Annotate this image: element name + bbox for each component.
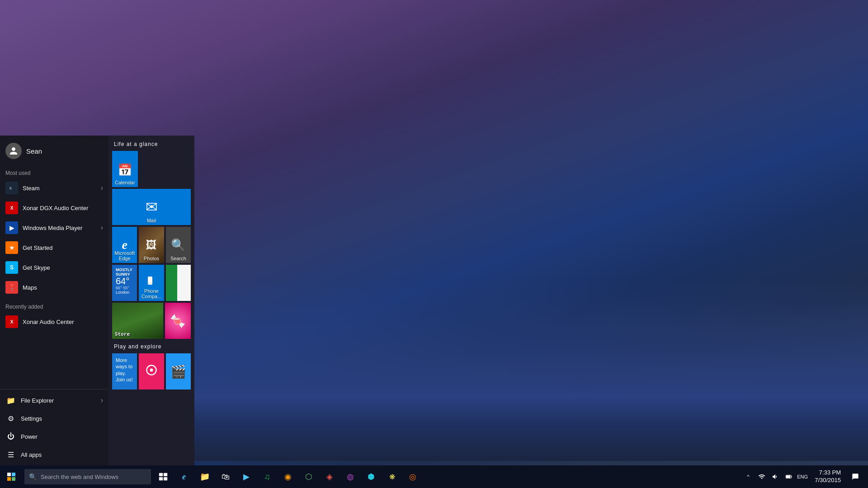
edge-tile[interactable]: e Microsoft Edge: [112, 227, 137, 263]
taskbar-task-view[interactable]: [153, 465, 174, 488]
movies-icon: 🎬: [170, 364, 186, 379]
more-ways-text: More ways to play. Join us!: [116, 357, 133, 383]
tray-battery[interactable]: [782, 465, 796, 488]
media-player-taskbar-icon: ▶: [241, 471, 252, 482]
taskbar-app6[interactable]: ◉: [278, 465, 298, 488]
twitter-tile[interactable]: [166, 265, 191, 301]
power-item[interactable]: ⏻ Power: [0, 427, 108, 446]
svg-rect-3: [148, 283, 152, 283]
svg-point-5: [150, 368, 153, 371]
twitter-tile-inner: [166, 265, 191, 301]
taskbar-app9[interactable]: ◍: [340, 465, 361, 488]
user-section[interactable]: Sean: [0, 136, 108, 166]
taskbar-app10[interactable]: ⬢: [361, 465, 382, 488]
clock[interactable]: 7:33 PM 7/30/2015: [809, 465, 846, 488]
mail-tile[interactable]: ✉ Mail: [112, 189, 191, 225]
weather-condition: Mostly Sunny: [116, 267, 133, 277]
tiles-row-5: More ways to play. Join us! 🎬: [112, 353, 191, 389]
photos-tile-inner: 🖼 Photos: [139, 227, 164, 263]
system-tray: ^ ENG 7:33 PM: [741, 465, 868, 488]
taskbar-edge[interactable]: e: [174, 465, 194, 488]
task-view-icon: [158, 471, 169, 482]
clock-time: 7:33 PM: [819, 469, 841, 477]
weather-tile[interactable]: Mostly Sunny 64° 66° 55° London: [112, 265, 137, 301]
taskbar-spotify[interactable]: ♫: [257, 465, 278, 488]
search-tile[interactable]: 🔍 Search: [166, 227, 191, 263]
start-bottom: 📁 File Explorer ⚙ Settings ⏻ Power ☰ All…: [0, 389, 108, 465]
wmp-icon: ▶: [5, 221, 18, 234]
get-started-label: Get Started: [23, 244, 52, 251]
tray-volume[interactable]: [769, 465, 782, 488]
tray-network[interactable]: [755, 465, 769, 488]
candy-icon: 🍬: [170, 314, 186, 328]
calendar-tile-inner: 📅 Calendar: [112, 155, 138, 187]
app-item-wmp[interactable]: ▶ Windows Media Player: [0, 218, 108, 238]
calendar-tile[interactable]: 📅 Calendar: [112, 151, 138, 187]
photos-tile[interactable]: 🖼 Photos: [139, 227, 164, 263]
groove-tile[interactable]: [139, 353, 164, 389]
taskbar-file-explorer[interactable]: 📁: [194, 465, 215, 488]
tray-chevron[interactable]: ^: [741, 465, 755, 488]
weather-temp: 64°: [116, 277, 133, 286]
action-center-button[interactable]: [846, 465, 864, 488]
candy-crush-tile[interactable]: 🍬: [165, 303, 191, 339]
app-item-xonar-dgx[interactable]: X Xonar DGX Audio Center: [0, 198, 108, 218]
xonar-audio-label: Xonar Audio Center: [23, 319, 74, 325]
life-section-label: Life at a glance: [112, 141, 191, 147]
app-item-get-skype[interactable]: S Get Skype: [0, 258, 108, 277]
taskbar-store[interactable]: 🛍: [215, 465, 236, 488]
svg-rect-8: [159, 477, 163, 480]
taskbar-app7[interactable]: ⬡: [298, 465, 319, 488]
svg-rect-6: [159, 473, 163, 476]
app10-taskbar-icon: ⬢: [366, 471, 377, 482]
start-menu-left: Sean Most used S Steam X Xonar DGX Audio…: [0, 136, 108, 465]
get-skype-label: Get Skype: [23, 264, 50, 271]
taskbar-media-player[interactable]: ▶: [236, 465, 257, 488]
search-tile-label: Search: [168, 256, 189, 261]
steam-chevron: [101, 184, 103, 192]
weather-high: 66°: [116, 286, 122, 290]
mail-tile-label: Mail: [114, 218, 189, 223]
taskbar-icons: e 📁 🛍 ▶ ♫ ◉ ⬡ ◈: [153, 465, 423, 488]
app12-taskbar-icon: ◎: [407, 471, 418, 482]
windows-logo-icon: [7, 473, 15, 481]
clock-date: 7/30/2015: [815, 477, 841, 484]
recently-added-label: Recently added: [0, 299, 108, 312]
taskbar-search-input[interactable]: [24, 469, 151, 484]
calendar-icon: 📅: [118, 163, 132, 177]
all-apps-label: All apps: [21, 451, 42, 458]
app-item-steam[interactable]: S Steam: [0, 178, 108, 198]
svg-text:S: S: [9, 186, 12, 190]
app-item-get-started[interactable]: ★ Get Started: [0, 238, 108, 258]
steam-icon: S: [5, 182, 18, 194]
start-button[interactable]: [0, 465, 23, 488]
spotify-taskbar-icon: ♫: [262, 471, 273, 482]
taskbar-app12[interactable]: ◎: [402, 465, 423, 488]
tiles-row-4: Store 🍬: [112, 303, 191, 339]
phone-companion-tile[interactable]: Phone Compa...: [139, 265, 164, 301]
maps-icon: 📍: [5, 281, 18, 294]
phone-companion-tile-inner: Phone Compa...: [139, 265, 164, 301]
movies-tile[interactable]: 🎬: [166, 353, 191, 389]
minecraft-tile[interactable]: Store: [112, 303, 163, 339]
more-ways-tile[interactable]: More ways to play. Join us!: [112, 353, 137, 389]
app-item-xonar-audio[interactable]: X Xonar Audio Center: [0, 312, 108, 332]
settings-item[interactable]: ⚙ Settings: [0, 409, 108, 427]
mail-icon: ✉: [146, 198, 158, 216]
app-item-maps[interactable]: 📍 Maps: [0, 277, 108, 297]
edge-tile-inner: e Microsoft Edge: [112, 227, 137, 263]
phone-icon: [146, 276, 157, 290]
avatar: [5, 143, 22, 159]
file-explorer-item[interactable]: 📁 File Explorer: [0, 391, 108, 409]
all-apps-item[interactable]: ☰ All apps: [0, 446, 108, 464]
weather-low: 55°: [123, 286, 129, 290]
tray-ime[interactable]: ENG: [796, 465, 809, 488]
desktop: Sean Most used S Steam X Xonar DGX Audio…: [0, 0, 868, 488]
file-explorer-taskbar-icon: 📁: [199, 471, 210, 482]
taskbar-app8[interactable]: ◈: [319, 465, 340, 488]
groove-icon: [145, 364, 158, 380]
minecraft-tile-inner: Store: [112, 303, 163, 339]
svg-rect-12: [791, 476, 792, 478]
taskbar-app11[interactable]: ❋: [382, 465, 402, 488]
get-started-icon: ★: [5, 241, 18, 254]
